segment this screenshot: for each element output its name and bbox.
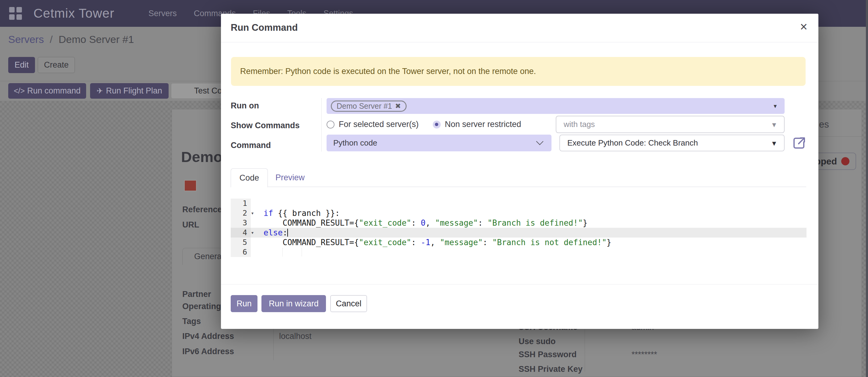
breadcrumb: Servers / Demo Server #1: [8, 33, 134, 46]
code-editor[interactable]: 12▾if {{ branch }}:3 COMMAND_RESULT={"ex…: [231, 199, 807, 257]
code-text: COMMAND_RESULT={"exit_code": 0, "message…: [264, 218, 587, 228]
server-tag-label: Demo Server #1: [337, 102, 392, 111]
tag-remove-icon[interactable]: ✖: [395, 102, 401, 110]
ssh-password-value: ********: [631, 350, 657, 359]
code-line-5[interactable]: 5 COMMAND_RESULT={"exit_code": -1, "mess…: [231, 237, 807, 247]
indent-guide: [302, 248, 302, 256]
code-text: else:: [264, 228, 288, 237]
warning-text: Remember: Python code is executed on the…: [240, 67, 536, 76]
cancel-button[interactable]: Cancel: [330, 295, 367, 312]
chevron-down-icon: ▾: [774, 102, 777, 110]
line-number: 3: [231, 218, 251, 228]
edit-button[interactable]: Edit: [8, 57, 35, 73]
status-red-dot-icon: [841, 157, 849, 165]
create-button[interactable]: Create: [38, 57, 75, 73]
server-tag: Demo Server #1 ✖: [331, 100, 407, 112]
plane-icon: ✈: [96, 86, 103, 95]
code-line-3[interactable]: 3 COMMAND_RESULT={"exit_code": 0, "messa…: [231, 218, 807, 228]
code-text: if {{ branch }}:: [264, 208, 340, 218]
modal-title: Run Command: [231, 22, 298, 33]
fold-icon[interactable]: ▾: [251, 230, 253, 235]
run-flight-plan-label: Run Flight Plan: [106, 86, 162, 96]
breadcrumb-separator: /: [50, 33, 53, 45]
code-icon: </>: [14, 86, 25, 95]
header-divider: [221, 42, 818, 42]
line-number: 2: [231, 208, 251, 218]
warning-banner: Remember: Python code is executed on the…: [231, 57, 806, 86]
chevron-down-icon: ▾: [772, 120, 776, 129]
with-tags-placeholder: with tags: [564, 120, 595, 129]
screen: Cetmix Tower Servers Commands Files Tool…: [0, 0, 868, 377]
radio-selected-servers[interactable]: [327, 121, 335, 128]
stat-button-fragment[interactable]: es: [819, 119, 829, 130]
grid-square: [9, 14, 14, 20]
line-number: 1: [231, 199, 251, 208]
run-button[interactable]: Run: [231, 295, 257, 312]
external-link-icon[interactable]: [793, 137, 806, 150]
command-record-select[interactable]: Execute Python Code: Check Branch ▾: [559, 135, 785, 151]
run-on-field[interactable]: Demo Server #1 ✖ ▾: [327, 98, 785, 114]
column-divider: [585, 326, 585, 372]
tab-preview-label: Preview: [275, 173, 305, 182]
text-cursor: [287, 229, 288, 237]
tab-code[interactable]: Code: [231, 168, 268, 187]
ssh-private-key-label: SSH Private Key: [519, 365, 583, 374]
reference-label: Reference: [182, 205, 222, 214]
show-commands-label: Show Commands: [231, 121, 300, 130]
code-line-1[interactable]: 1: [231, 199, 807, 208]
partner-label: Partner: [182, 290, 211, 299]
grid-square: [9, 7, 14, 12]
run-on-label: Run on: [231, 101, 259, 111]
line-number: 6: [231, 247, 251, 257]
ipv4-label: IPv4 Address: [182, 331, 234, 341]
fold-icon[interactable]: ▾: [251, 211, 253, 215]
nav-item-servers[interactable]: Servers: [149, 9, 177, 18]
close-icon[interactable]: ×: [800, 21, 807, 33]
breadcrumb-servers-link[interactable]: Servers: [8, 33, 44, 45]
ssh-password-label: SSH Password: [519, 350, 577, 359]
ipv6-label: IPv6 Address: [182, 347, 234, 356]
code-line-6[interactable]: 6: [231, 247, 807, 257]
grid-square: [17, 14, 22, 20]
radio-selected-servers-label[interactable]: For selected server(s): [339, 120, 419, 129]
grid-square: [17, 7, 22, 12]
breadcrumb-current: Demo Server #1: [59, 33, 134, 45]
run-in-wizard-button[interactable]: Run in wizard: [261, 295, 326, 312]
brand-title: Cetmix Tower: [33, 6, 115, 21]
command-type-value: Python code: [333, 138, 377, 148]
run-command-label: Run command: [27, 86, 81, 96]
command-label: Command: [231, 141, 271, 150]
line-number: 5: [231, 237, 251, 247]
run-command-button[interactable]: </> Run command: [8, 83, 86, 99]
radio-non-restricted[interactable]: [433, 121, 441, 128]
form-label-divider: [321, 98, 322, 152]
tab-preview[interactable]: Preview: [267, 168, 313, 187]
chevron-down-icon: [536, 138, 543, 145]
tab-code-label: Code: [240, 173, 259, 183]
with-tags-select[interactable]: with tags ▾: [556, 116, 785, 133]
url-label: URL: [182, 220, 199, 230]
server-color-swatch[interactable]: [184, 180, 196, 191]
chevron-down-icon: ▾: [772, 139, 776, 148]
command-type-select[interactable]: Python code: [327, 135, 552, 151]
run-command-modal: Run Command × Remember: Python code is e…: [221, 14, 818, 329]
indent-guide: [282, 248, 283, 256]
line-number: 4: [231, 228, 251, 237]
ipv4-value: localhost: [279, 331, 312, 341]
code-line-2[interactable]: 2▾if {{ branch }}:: [231, 208, 807, 218]
show-commands-radio-group: For selected server(s) Non server restri…: [327, 116, 521, 133]
command-record-value: Execute Python Code: Check Branch: [567, 138, 698, 148]
code-line-4[interactable]: 4▾else:: [231, 228, 807, 237]
apps-grid-icon[interactable]: [9, 7, 22, 20]
use-sudo-label: Use sudo: [519, 337, 556, 346]
tab-general-label: General: [194, 252, 223, 261]
code-text: COMMAND_RESULT={"exit_code": -1, "messag…: [264, 237, 612, 247]
radio-non-restricted-label[interactable]: Non server restricted: [445, 120, 521, 129]
page-scrollbar[interactable]: [866, 0, 868, 377]
column-divider: [273, 328, 274, 360]
tags-label: Tags: [182, 317, 201, 326]
run-flight-plan-button[interactable]: ✈ Run Flight Plan: [90, 83, 168, 99]
